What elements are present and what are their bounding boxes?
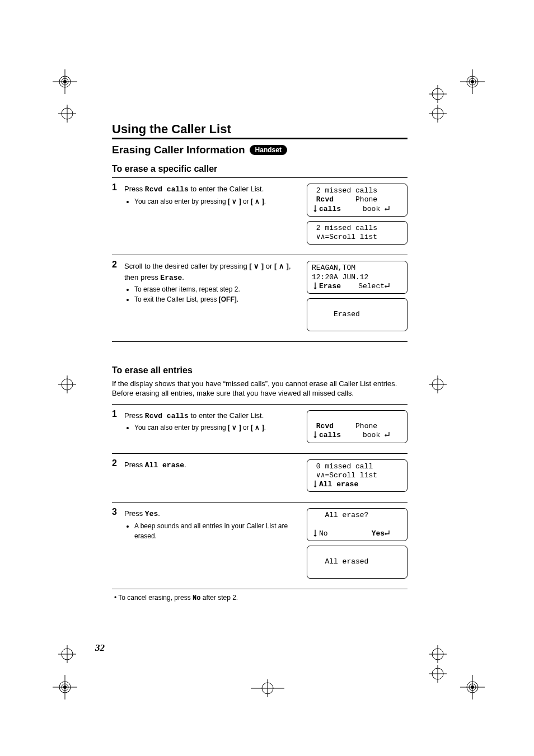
step-text: Press Rcvd calls to enter the Caller Lis… — [124, 178, 307, 255]
regmark-icon — [429, 105, 447, 123]
svg-point-40 — [469, 684, 476, 691]
regmark-icon — [58, 645, 76, 663]
regmark-icon — [58, 375, 76, 393]
svg-point-11 — [62, 649, 73, 660]
crop-center-icon — [251, 679, 284, 697]
step-text: Press Yes.A beep sounds and all entries … — [124, 503, 307, 589]
lcd-screen: All erase? ⭣No Yes — [307, 508, 407, 541]
step-number: 1 — [112, 178, 124, 255]
lcd-screen: 0 missed call ∨∧=Scroll list ⭣All erase — [307, 459, 407, 492]
lcd-screen: All erased — [307, 546, 407, 579]
svg-point-30 — [432, 379, 443, 390]
step-bullet: To exit the Caller List, press [OFF]. — [134, 294, 301, 304]
step-bullet: A beep sounds and all entries in your Ca… — [134, 521, 301, 541]
regmark-icon — [429, 85, 447, 103]
svg-point-8 — [62, 379, 73, 390]
step-text: Press All erase. — [124, 453, 307, 503]
svg-point-20 — [469, 78, 476, 85]
sub-heading: Erasing Caller Information — [112, 144, 245, 156]
svg-point-39 — [467, 682, 478, 693]
footnote: • To cancel erasing, press No after step… — [114, 594, 407, 602]
svg-point-4 — [63, 80, 67, 83]
steps-table-a: 1Press Rcvd calls to enter the Caller Li… — [112, 177, 407, 342]
lcd-screen: REAGAN,TOM 12:20A JUN.12 ⭣Erase Select — [307, 261, 407, 294]
lcd-screen: 2 missed calls Rcvd Phone ⭣calls book — [307, 184, 407, 217]
svg-point-14 — [59, 682, 71, 693]
radial-mark-icon — [460, 69, 485, 94]
page-content: Using the Caller List Erasing Caller Inf… — [112, 122, 407, 602]
erase-specific-heading: To erase a specific caller — [112, 164, 407, 174]
step-number: 2 — [112, 453, 124, 503]
svg-point-23 — [471, 80, 474, 83]
regmark-icon — [58, 105, 76, 123]
lcd-screens: 0 missed call ∨∧=Scroll list ⭣All erase — [307, 453, 407, 503]
svg-point-19 — [467, 76, 478, 87]
svg-point-18 — [63, 685, 67, 689]
handset-badge: Handset — [250, 145, 287, 155]
step-bullet: To erase other items, repeat step 2. — [134, 284, 301, 294]
svg-point-27 — [432, 108, 443, 119]
radial-mark-icon — [460, 675, 485, 699]
regmark-icon — [429, 665, 447, 683]
lcd-screen: Erased — [307, 298, 407, 331]
lcd-screens: REAGAN,TOM 12:20A JUN.12 ⭣Erase Select E… — [307, 255, 407, 342]
step-bullet: You can also enter by pressing [ ∨ ] or … — [134, 196, 301, 206]
regmark-icon — [429, 375, 447, 393]
svg-point-43 — [471, 685, 474, 689]
svg-point-33 — [432, 649, 443, 660]
svg-point-1 — [62, 78, 68, 85]
svg-point-0 — [59, 76, 71, 87]
regmark-icon — [429, 645, 447, 663]
svg-point-24 — [432, 88, 443, 100]
steps-table-b: 1Press Rcvd calls to enter the Caller Li… — [112, 404, 407, 589]
erase-all-heading: To erase all entries — [112, 365, 407, 375]
radial-mark-icon — [53, 675, 77, 699]
step-number: 2 — [112, 255, 124, 342]
divider — [112, 138, 407, 139]
step-text: Press Rcvd calls to enter the Caller Lis… — [124, 404, 307, 453]
lcd-screens: All erase? ⭣No Yes All erased — [307, 503, 407, 589]
lcd-screen: 2 missed calls ∨∧=Scroll list — [307, 221, 407, 245]
section-title: Using the Caller List — [112, 122, 407, 137]
svg-point-15 — [62, 684, 68, 691]
radial-mark-icon — [53, 69, 77, 94]
erase-all-intro: If the display shows that you have “miss… — [112, 379, 407, 398]
step-number: 1 — [112, 404, 124, 453]
step-text: Scroll to the desired caller by pressing… — [124, 255, 307, 342]
lcd-screens: Rcvd Phone ⭣calls book — [307, 404, 407, 453]
step-number: 3 — [112, 503, 124, 589]
svg-point-44 — [262, 683, 273, 694]
lcd-screen: Rcvd Phone ⭣calls book — [307, 410, 407, 443]
step-bullet: You can also enter by pressing [ ∨ ] or … — [134, 422, 301, 433]
svg-point-5 — [62, 108, 73, 119]
page-number: 32 — [95, 642, 105, 654]
svg-point-36 — [432, 668, 443, 679]
lcd-screens: 2 missed calls Rcvd Phone ⭣calls book 2 … — [307, 178, 407, 255]
